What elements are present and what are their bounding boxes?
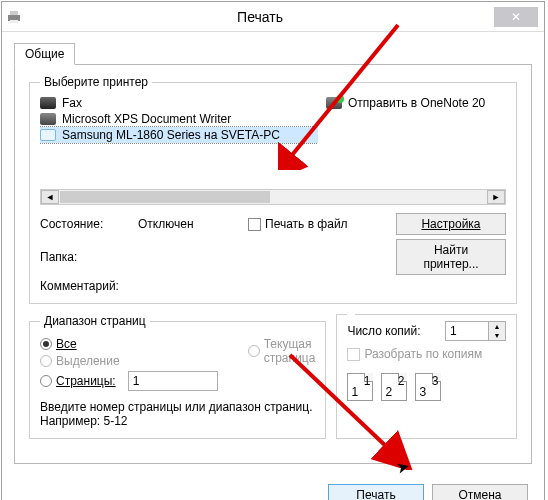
- fax-icon: [40, 97, 56, 109]
- printer-item-samsung[interactable]: Samsung ML-1860 Series на SVETA-PC: [40, 127, 318, 143]
- spin-down-button[interactable]: ▼: [489, 331, 505, 340]
- radio-icon: [248, 345, 260, 357]
- collate-checkbox: Разобрать по копиям: [347, 347, 506, 361]
- printer-item-xps[interactable]: Microsoft XPS Document Writer: [40, 111, 318, 127]
- titlebar: Печать ✕: [2, 2, 544, 32]
- printer-label: Samsung ML-1860 Series на SVETA-PC: [62, 128, 280, 142]
- printer-label: Отправить в OneNote 20: [348, 96, 485, 110]
- tab-general[interactable]: Общие: [14, 43, 75, 65]
- printer-item-onenote[interactable]: ✓ Отправить в OneNote 20: [326, 95, 506, 111]
- checkbox-icon: [248, 218, 261, 231]
- print-button[interactable]: Печать: [328, 484, 424, 500]
- page-icon: 22: [381, 373, 407, 401]
- printer-list[interactable]: Fax Microsoft XPS Document Writer Samsun…: [40, 95, 318, 181]
- radio-selection: Выделение: [40, 354, 218, 368]
- collate-preview: 11 22 33: [347, 373, 506, 401]
- spin-up-button[interactable]: ▲: [489, 322, 505, 331]
- status-state-value: Отключен: [138, 217, 240, 231]
- preferences-button[interactable]: Настройка: [396, 213, 506, 235]
- status-state-label: Состояние:: [40, 217, 130, 231]
- checkbox-icon: [347, 348, 360, 361]
- tab-bar: Общие: [2, 32, 544, 64]
- h-scrollbar[interactable]: ◄ ►: [40, 189, 506, 205]
- page-range-fieldset: Диапазон страниц Все Выделение: [29, 314, 326, 439]
- radio-current: Текущая страница: [248, 337, 316, 365]
- printer-item-fax[interactable]: Fax: [40, 95, 318, 111]
- scroll-right-button[interactable]: ►: [487, 190, 505, 204]
- dialog-footer: Печать Отмена: [2, 476, 544, 500]
- status-location-label: Папка:: [40, 250, 130, 264]
- status-comment-label: Комментарий:: [40, 279, 130, 293]
- range-legend: Диапазон страниц: [40, 314, 150, 328]
- radio-icon: [40, 338, 52, 350]
- copies-fieldset: Число копий: 1 ▲ ▼ Разобрать по копиям 1…: [336, 314, 517, 439]
- printer-list-right[interactable]: ✓ Отправить в OneNote 20: [326, 95, 506, 181]
- page-icon: 11: [347, 373, 373, 401]
- radio-icon: [40, 375, 52, 387]
- scroll-thumb[interactable]: [60, 191, 270, 203]
- find-printer-button[interactable]: Найти принтер...: [396, 239, 506, 275]
- printer-legend: Выберите принтер: [40, 75, 152, 89]
- window-title: Печать: [26, 9, 494, 25]
- printer-icon: [40, 129, 56, 141]
- range-hint: Введите номер страницы или диапазон стра…: [40, 400, 315, 428]
- svg-rect-2: [10, 20, 18, 23]
- svg-rect-1: [10, 11, 18, 15]
- radio-all[interactable]: Все: [40, 337, 218, 351]
- copies-spinner[interactable]: 1 ▲ ▼: [445, 321, 506, 341]
- printer-icon: [40, 113, 56, 125]
- printer-label: Microsoft XPS Document Writer: [62, 112, 231, 126]
- scroll-left-button[interactable]: ◄: [41, 190, 59, 204]
- printer-icon: [6, 10, 22, 24]
- radio-icon: [40, 355, 52, 367]
- onenote-icon: ✓: [326, 97, 342, 109]
- printer-fieldset: Выберите принтер Fax Microsoft XPS Docum…: [29, 75, 517, 304]
- radio-pages[interactable]: Страницы:: [40, 371, 218, 391]
- close-button[interactable]: ✕: [494, 7, 538, 27]
- pages-input[interactable]: [128, 371, 218, 391]
- page-icon: 33: [415, 373, 441, 401]
- copies-label: Число копий:: [347, 324, 420, 338]
- print-to-file-checkbox[interactable]: Печать в файл: [248, 217, 388, 231]
- copies-value[interactable]: 1: [445, 321, 489, 341]
- printer-label: Fax: [62, 96, 82, 110]
- cancel-button[interactable]: Отмена: [432, 484, 528, 500]
